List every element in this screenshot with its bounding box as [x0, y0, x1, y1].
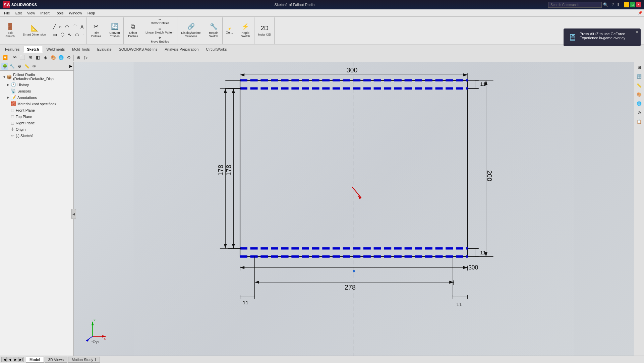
origin-label: Origin [16, 127, 25, 131]
tab-solidworks-addins[interactable]: SOLIDWORKS Add-Ins [115, 46, 161, 52]
tree-item-right-plane[interactable]: ◻ Right Plane [0, 120, 73, 126]
spline-button[interactable]: ∿ [66, 31, 73, 38]
expand-panel-button[interactable]: ▶ [69, 64, 72, 68]
minimize-button[interactable]: — [624, 2, 629, 7]
smart-dimension-button[interactable]: 📐 Smart Dimension [21, 24, 48, 37]
tree-root[interactable]: ▼ 📦 Fallout Radio (Default<<Default>_Dis… [0, 72, 73, 81]
section-view-button[interactable]: ⬜ [19, 54, 26, 61]
tab-mold-tools[interactable]: Mold Tools [68, 46, 93, 52]
tree-item-origin[interactable]: ✛ Origin [0, 126, 73, 132]
rapid-sketch-button[interactable]: ⚡ Rapid Sketch [238, 22, 253, 39]
point-button[interactable]: · [81, 31, 85, 38]
convert-entities-button[interactable]: 🔄 Convert Entities [107, 22, 122, 39]
arc-button[interactable]: ◠ [64, 23, 70, 31]
tab-analysis-preparation[interactable]: Analysis Preparation [161, 46, 202, 52]
menu-pin[interactable]: 📌 [638, 11, 643, 15]
selection-filter-button[interactable]: 🔽 [1, 54, 9, 61]
zoom-fit-button[interactable]: ⊕ [75, 54, 82, 61]
ellipse-button[interactable]: ⬭ [74, 31, 80, 38]
hide-show-button[interactable]: ◈ [42, 54, 49, 61]
close-button[interactable]: ✕ [636, 2, 641, 7]
display-delete-relations-button[interactable]: 🔗 Display/Delete Relations [179, 22, 202, 39]
view-setting-button[interactable]: ⊙ [65, 54, 72, 61]
svg-text:X: X [104, 337, 106, 341]
configuration-manager-tab[interactable]: ⚙ [16, 63, 23, 70]
trim-entities-button[interactable]: ✂ Trim Entities [89, 22, 104, 39]
tree-item-annotations[interactable]: ▶ 📝 Annotations [0, 94, 73, 101]
toolbar-group-smartdim: 📐 Smart Dimension [20, 17, 49, 44]
line-button[interactable]: ╱ [52, 23, 57, 31]
tree-item-front-plane[interactable]: ◻ Front Plane [0, 107, 73, 113]
search-icon[interactable]: 🔍 [603, 2, 608, 7]
repair-sketch-button[interactable]: 🔧 Repair Sketch [206, 22, 221, 39]
view-heads-up-button[interactable]: ⊞ [26, 54, 34, 61]
origin-expand-icon [7, 127, 11, 131]
expand-icon[interactable]: ⬆ [617, 2, 620, 7]
menu-help[interactable]: Help [85, 10, 98, 16]
exit-sketch-button[interactable]: 🚪 Exit Sketch [3, 22, 17, 39]
rect-button[interactable]: ▭ [51, 31, 58, 38]
nav-next[interactable]: ▶ [13, 357, 18, 362]
linear-pattern-button[interactable]: ⊞ Linear Sketch Pattern [144, 26, 176, 35]
property-manager-tab[interactable]: 🔧 [9, 63, 15, 70]
search-input[interactable] [548, 2, 602, 8]
tab-weldments[interactable]: Weldments [43, 46, 69, 52]
menu-tools[interactable]: Tools [52, 10, 66, 16]
circle-button[interactable]: ○ [58, 23, 63, 31]
panel-collapse-handle[interactable]: ◀ [71, 209, 76, 219]
notes-button[interactable]: 📋 [635, 118, 643, 126]
more-button[interactable]: ▷ [82, 54, 90, 61]
menu-window[interactable]: Window [66, 10, 85, 16]
menu-insert[interactable]: Insert [38, 10, 52, 16]
top-plane-label: Top Plane [16, 115, 32, 119]
notification-close-button[interactable]: ✕ [635, 30, 639, 35]
tab-model[interactable]: Model [26, 357, 44, 363]
tree-item-material[interactable]: 🧱 Material <not specified> [0, 101, 73, 107]
edit-appearance-button[interactable]: 🎨 [50, 54, 57, 61]
main-area: 🌳 🔧 ⚙ 📏 👁 ▶ ▼ 📦 Fallout Radio (Default<<… [0, 62, 644, 356]
tree-item-sketch1[interactable]: ✏ (-) Sketch1 [0, 132, 73, 139]
quick-snaps-button[interactable]: ⚡Qui... [225, 26, 235, 35]
nav-first[interactable]: |◀ [1, 357, 7, 362]
nav-last[interactable]: ▶| [18, 357, 24, 362]
move-entities-button[interactable]: ✥ Move Entities [150, 36, 170, 44]
feature-manager-tab[interactable]: 🌳 [1, 63, 8, 70]
appearance-button[interactable]: 🎨 [635, 90, 643, 99]
dim-xpert-panel-button[interactable]: ⊙ [635, 109, 643, 117]
text-button[interactable]: A [79, 23, 85, 31]
mirror-entities-button[interactable]: ⇔ Mirror Entities [149, 17, 171, 26]
tab-motion-study[interactable]: Motion Study 1 [68, 357, 100, 363]
view-tools-button[interactable]: ⊞ [635, 63, 643, 71]
line-icon: ╱ [53, 24, 56, 30]
apply-scene-button[interactable]: 🌐 [57, 54, 65, 61]
instant2d-button[interactable]: 2D Instant2D [256, 24, 273, 37]
front-plane-expand-icon [7, 108, 11, 112]
menu-edit[interactable]: Edit [13, 10, 24, 16]
menu-view[interactable]: View [24, 10, 38, 16]
tree-item-sensors[interactable]: 📡 Sensors [0, 88, 73, 94]
view-orientation-button[interactable]: 👁 [11, 54, 18, 61]
display-manager-tab[interactable]: 👁 [31, 63, 38, 70]
calculator-button[interactable]: 🔢 [635, 72, 643, 80]
tab-features[interactable]: Features [1, 46, 23, 52]
help-icon[interactable]: ? [611, 2, 614, 7]
tab-evaluate[interactable]: Evaluate [94, 46, 115, 52]
root-label: Fallout Radio (Default<<Default>_Disp [13, 73, 72, 81]
tab-circuitworks[interactable]: CircuitWorks [202, 46, 230, 52]
sketch-fillet-button[interactable]: ⌒ [71, 23, 78, 31]
nav-prev[interactable]: ◀ [7, 357, 12, 362]
dim-xpert-tab[interactable]: 📏 [23, 63, 30, 70]
display-style-button[interactable]: ◧ [34, 54, 42, 61]
maximize-button[interactable]: □ [630, 2, 635, 7]
menu-file[interactable]: File [1, 10, 13, 16]
tab-sketch[interactable]: Sketch [23, 46, 43, 53]
offset-entities-button[interactable]: ⧉ Offset Entities [126, 22, 140, 39]
tree-item-top-plane[interactable]: ◻ Top Plane [0, 113, 73, 120]
tab-3d-views[interactable]: 3D Views [45, 357, 67, 363]
sketch-canvas[interactable]: 300 200 178 [74, 62, 634, 356]
tree-item-history[interactable]: ▶ 🕐 History [0, 81, 73, 88]
scene-button[interactable]: 🌐 [635, 100, 643, 108]
measure-button[interactable]: 📏 [635, 81, 643, 89]
right-plane-label: Right Plane [16, 121, 35, 125]
polygon-button[interactable]: ⬡ [59, 31, 66, 38]
